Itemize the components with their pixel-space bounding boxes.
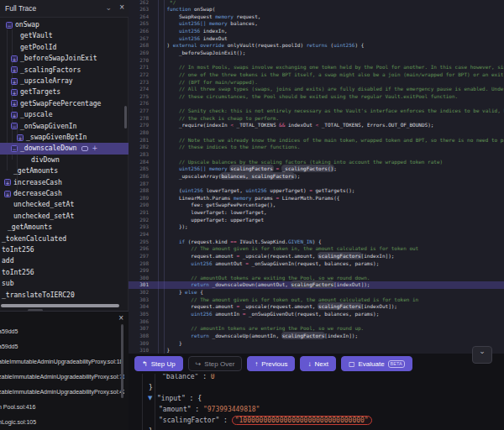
code-line[interactable]: 304request.amount = _upscale(request.amo…	[129, 303, 504, 311]
trace-tree-item[interactable]: +_swapGivenBptIn	[0, 132, 129, 143]
code-line[interactable]: 265uint256[] memory balances,	[129, 20, 504, 28]
code-line[interactable]: 310}	[129, 347, 504, 354]
expand-icon[interactable]: +	[4, 191, 11, 197]
trace-tree-item[interactable]: _getAmounts	[0, 222, 129, 233]
inspector-row[interactable]: }	[129, 427, 504, 430]
trace-tree-item[interactable]: −_onSwapGivenIn	[0, 121, 129, 132]
collapse-icon[interactable]: −	[11, 123, 18, 129]
code-line[interactable]: 275// these circumstances, the Pool shou…	[129, 93, 504, 101]
comment-bubble-icon[interactable]	[81, 146, 88, 151]
code-line[interactable]: 302} else {	[129, 289, 504, 296]
collapse-icon[interactable]: −	[6, 22, 13, 29]
expand-icon[interactable]: +	[11, 112, 18, 118]
expand-icon[interactable]: +	[11, 100, 18, 107]
expand-icon[interactable]: +	[4, 179, 11, 186]
inspector-row[interactable]: }	[129, 383, 504, 394]
next-button[interactable]: ↓Next	[300, 356, 335, 371]
code-line[interactable]: 273// (BPT for main/wrapped).	[129, 79, 504, 87]
code-line[interactable]: 294	[129, 231, 504, 239]
expand-icon[interactable]: +	[17, 134, 24, 141]
code-line[interactable]: 298uint256 amountOut = _onSwapGivenIn(re…	[129, 260, 504, 268]
inspector-row[interactable]: "scalingFactor" : "100000000000000000000…	[129, 416, 504, 427]
code-line[interactable]: 284// Upscale balances by the scaling fa…	[129, 159, 504, 166]
add-comment-icon[interactable]: +	[92, 144, 97, 152]
trace-tree-item[interactable]: toInt256	[0, 244, 129, 255]
trace-tree-item[interactable]: getPoolId	[0, 42, 129, 53]
stack-item[interactable]: zableImmutableAdminUpgradeabilityProxy.s…	[0, 370, 124, 385]
close-icon[interactable]: ×	[119, 3, 124, 12]
code-editor[interactable]: 262*/263function onSwap(264SwapRequest m…	[129, 0, 504, 354]
code-line[interactable]: 262*/	[129, 0, 504, 6]
code-line[interactable]: 266uint256 indexIn,	[129, 28, 504, 35]
code-line[interactable]: 295if (request.kind == IVault.SwapKind.G…	[129, 239, 504, 246]
trace-tree-item[interactable]: _tokenCalculated	[0, 233, 129, 244]
code-line[interactable]: 308return _downscaleUp(amountIn, scaling…	[129, 333, 504, 340]
code-line[interactable]: 288(uint256 lowerTarget, uint256 upperTa…	[129, 187, 504, 195]
code-line[interactable]: 309}	[129, 340, 504, 348]
trace-tree-item[interactable]: +_upscale	[0, 109, 129, 120]
code-line[interactable]: 267uint256 indexOut	[129, 35, 504, 43]
code-line[interactable]: 269_beforeSwapJoinExit();	[129, 50, 504, 57]
stack-item[interactable]: ableImmutableAdminUpgradeabilityProxy.so…	[0, 354, 124, 370]
trace-tree-item[interactable]: −onSwap	[0, 19, 129, 30]
inspector-row[interactable]: "amount" : "973993449818"	[129, 405, 504, 416]
trace-tree-item[interactable]: divDown	[0, 155, 129, 165]
stack-item[interactable]: zableImmutableAdminUpgradeabilityProxy.s…	[0, 385, 124, 400]
trace-tree-item[interactable]: unchecked_setAt	[0, 211, 129, 222]
code-line[interactable]: 277// Sanity check: this is not entirely…	[129, 108, 504, 115]
code-line[interactable]: 305uint256 amountIn = _onSwapGivenOut(re…	[129, 311, 504, 318]
code-line[interactable]: 296// The amount given is for token in, …	[129, 245, 504, 253]
expand-icon[interactable]: +	[11, 55, 18, 62]
code-line[interactable]: 286_upscaleArray(balances, scalingFactor…	[129, 173, 504, 181]
code-line[interactable]: 290fee: getSwapFeePercentage(),	[129, 202, 504, 209]
code-line[interactable]: 272// one of the three tokens is the BPT…	[129, 71, 504, 79]
code-line-current[interactable]: 301return _downscaleDown(amountOut, scal…	[129, 281, 504, 289]
step-up-button[interactable]: ↰Step Up	[134, 356, 183, 371]
close-icon[interactable]: ×	[118, 313, 123, 322]
code-line[interactable]: 291lowerTarget: lowerTarget,	[129, 209, 504, 217]
trace-tree-item[interactable]: unchecked_setAt	[0, 199, 129, 210]
collapse-icon[interactable]: −	[11, 145, 18, 152]
code-line[interactable]: 297request.amount = _upscale(request.amo…	[129, 253, 504, 260]
stack-item[interactable]: a59dd5	[0, 324, 124, 339]
trace-tree-item[interactable]: +getTargets	[0, 87, 129, 97]
code-line[interactable]: 278// the check is cheap to perform.	[129, 115, 504, 123]
code-line[interactable]: 264SwapRequest memory request,	[129, 13, 504, 21]
trace-tree-item[interactable]: +_beforeSwapJoinExit	[0, 53, 129, 64]
expand-icon[interactable]: +	[11, 78, 18, 85]
trace-tree-item[interactable]: +increaseCash	[0, 177, 129, 188]
code-line[interactable]: 279_require(indexIn < _TOTAL_TOKENS && i…	[129, 122, 504, 129]
inspector-row[interactable]: ▼"input" : {	[129, 394, 504, 405]
trace-tree-item[interactable]: +getSwapFeePercentage	[0, 98, 129, 109]
trace-tree-item[interactable]: sub	[0, 278, 129, 289]
expand-icon[interactable]: +	[11, 66, 18, 73]
stack-vertical-scrollbar[interactable]	[121, 324, 123, 398]
stack-item[interactable]: nLogic.sol:105	[0, 415, 124, 430]
evaluate-button[interactable]: ▢EvaluateBETA	[341, 356, 412, 371]
code-line[interactable]: 281// Note that we already know the indi…	[129, 137, 504, 144]
previous-button[interactable]: ↑Previous	[247, 356, 295, 371]
code-line[interactable]: 271// In most Pools, swaps involve excha…	[129, 64, 504, 71]
code-line[interactable]: 289LinearMath.Params memory params = Lin…	[129, 195, 504, 202]
trace-tree-item[interactable]: −_downscaleDown+	[0, 143, 129, 154]
trace-tree-item[interactable]: _getAmounts	[0, 165, 129, 176]
trace-tree-item[interactable]: +_scalingFactors	[0, 65, 129, 76]
expand-arrow-icon[interactable]: ▼	[148, 395, 152, 401]
trace-tree-item[interactable]: toInt256	[0, 267, 129, 278]
tree-horizontal-scrollbar[interactable]	[1, 304, 119, 307]
code-line[interactable]: 276	[129, 100, 504, 108]
expand-icon[interactable]: +	[11, 89, 18, 96]
code-line[interactable]: 306	[129, 318, 504, 326]
code-line[interactable]: 263function onSwap(	[129, 6, 504, 13]
trace-tree-item[interactable]: +decreaseCash	[0, 188, 129, 199]
code-line[interactable]: 292upperTarget: upperTarget	[129, 217, 504, 224]
trace-tree-item[interactable]: +_upscaleArray	[0, 76, 129, 87]
stack-item[interactable]: n Pool.sol:416	[0, 400, 124, 415]
code-line[interactable]: 299	[129, 267, 504, 275]
code-line[interactable]: 287	[129, 181, 504, 188]
code-line[interactable]: 293});	[129, 223, 504, 231]
tree-vertical-scrollbar[interactable]	[124, 106, 127, 128]
trace-tree-item[interactable]: getVault	[0, 30, 129, 41]
stack-item[interactable]: a59dd5	[0, 339, 124, 354]
trace-tree-item[interactable]: _translateToIERC20	[0, 290, 129, 301]
